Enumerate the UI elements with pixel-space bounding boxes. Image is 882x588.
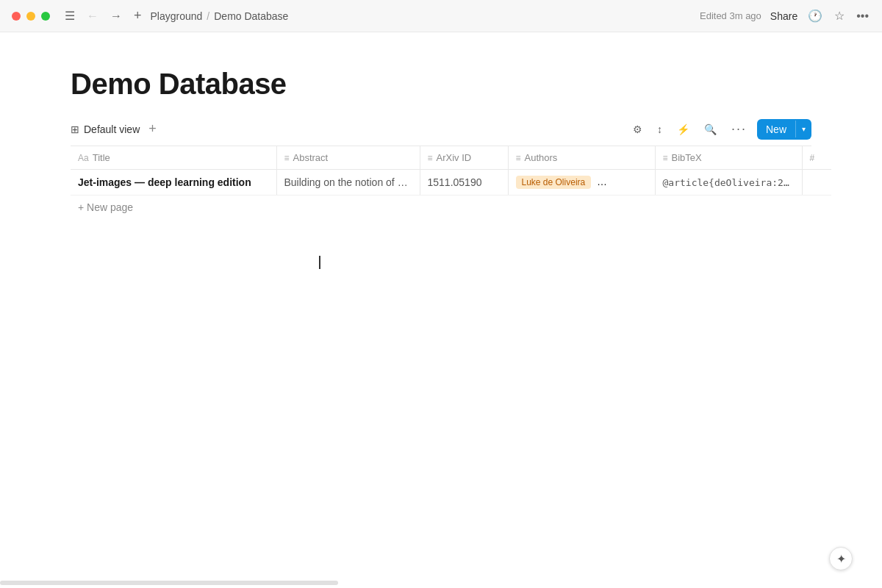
forward-button[interactable]: → — [107, 8, 125, 24]
new-page-label[interactable]: + New page — [71, 196, 831, 220]
arxiv-col-label: ArXiv ID — [437, 152, 472, 163]
add-view-button[interactable]: + — [146, 121, 159, 137]
toolbar-right: ⚙ ↕ ⚡ 🔍 ··· New ▾ — [628, 118, 811, 140]
database-table: Aa Title ≡ Abstract ≡ ArXiv ID — [71, 146, 831, 219]
hash-col-icon: # — [810, 153, 815, 163]
table-view-icon: ⊞ — [71, 123, 79, 135]
main-content: Demo Database ⊞ Default view + ⚙ ↕ ⚡ 🔍 ·… — [0, 32, 882, 219]
abstract-col-label: Abstract — [293, 152, 329, 163]
back-button[interactable]: ← — [84, 8, 101, 24]
bibtex-col-icon: ≡ — [663, 153, 668, 163]
breadcrumb-workspace[interactable]: Playground — [151, 10, 203, 22]
lightning-icon: ⚡ — [677, 123, 689, 135]
nav-controls: ☰ ← → + — [62, 7, 145, 25]
row-arxiv[interactable]: 1511.05190 — [420, 170, 508, 196]
titlebar: ☰ ← → + Playground / Demo Database Edite… — [0, 0, 882, 32]
breadcrumb-separator: / — [207, 10, 209, 22]
edited-timestamp: Edited 3m ago — [700, 10, 761, 21]
breadcrumb: Playground / Demo Database — [151, 10, 289, 22]
sidebar-toggle-button[interactable]: ☰ — [62, 7, 78, 24]
search-button[interactable]: 🔍 — [700, 121, 721, 138]
lightning-button[interactable]: ⚡ — [673, 121, 694, 138]
author-tag-2[interactable]: Michael K — [597, 176, 648, 189]
title-col-icon: Aa — [78, 153, 89, 163]
arxiv-col-icon: ≡ — [428, 153, 433, 163]
history-button[interactable]: 🕐 — [806, 7, 824, 24]
view-selector[interactable]: ⊞ Default view — [71, 123, 140, 135]
authors-col-label: Authors — [525, 152, 558, 163]
search-icon: 🔍 — [704, 123, 717, 135]
sort-icon: ↕ — [657, 123, 662, 135]
table-row[interactable]: Jet-images — deep learning edition Build… — [71, 170, 831, 196]
minimize-button[interactable] — [26, 12, 35, 21]
sort-button[interactable]: ↕ — [653, 121, 667, 138]
authors-col-icon: ≡ — [516, 153, 521, 163]
new-record-button[interactable]: New ▾ — [757, 119, 811, 140]
row-abstract[interactable]: Building on the notion of a par — [276, 170, 420, 196]
view-label: Default view — [84, 123, 140, 135]
table-header-row: Aa Title ≡ Abstract ≡ ArXiv ID — [71, 146, 831, 170]
row-authors[interactable]: Luke de Oliveira Michael K — [508, 170, 655, 196]
new-page-row[interactable]: + New page — [71, 196, 831, 220]
new-button-chevron[interactable]: ▾ — [795, 121, 811, 137]
share-button[interactable]: Share — [770, 10, 797, 22]
col-header-title[interactable]: Aa Title — [71, 146, 276, 170]
row-hash — [802, 170, 831, 196]
author-tag-1[interactable]: Luke de Oliveira — [516, 176, 592, 189]
text-cursor — [319, 256, 320, 269]
col-header-bibtex[interactable]: ≡ BibTeX — [655, 146, 802, 170]
col-header-arxiv[interactable]: ≡ ArXiv ID — [420, 146, 508, 170]
cursor-help-icon: ✦ — [829, 547, 853, 570]
bibtex-col-label: BibTeX — [672, 152, 702, 163]
col-header-authors[interactable]: ≡ Authors — [508, 146, 655, 170]
more-options-button[interactable]: ••• — [855, 8, 870, 24]
page-title: Demo Database — [71, 68, 811, 101]
new-button-label: New — [757, 119, 795, 140]
title-col-label: Title — [93, 152, 110, 163]
close-button[interactable] — [12, 12, 21, 21]
filter-icon: ⚙ — [633, 123, 642, 135]
col-header-hash[interactable]: # — [802, 146, 831, 170]
traffic-lights — [12, 12, 50, 21]
maximize-button[interactable] — [41, 12, 50, 21]
db-toolbar: ⊞ Default view + ⚙ ↕ ⚡ 🔍 ··· New ▾ — [71, 118, 811, 146]
toolbar-more-button[interactable]: ··· — [727, 118, 751, 140]
abstract-col-icon: ≡ — [284, 153, 290, 163]
favorite-button[interactable]: ☆ — [833, 7, 846, 24]
filter-button[interactable]: ⚙ — [628, 121, 647, 138]
row-bibtex[interactable]: @article{deOliveira:2015xxd, — [655, 170, 802, 196]
col-header-abstract[interactable]: ≡ Abstract — [276, 146, 420, 170]
row-title[interactable]: Jet-images — deep learning edition — [71, 170, 276, 196]
new-page-button[interactable]: + — [131, 7, 145, 25]
titlebar-right: Edited 3m ago Share 🕐 ☆ ••• — [700, 7, 870, 24]
scrollbar-track[interactable] — [0, 581, 338, 585]
breadcrumb-page[interactable]: Demo Database — [214, 10, 288, 22]
